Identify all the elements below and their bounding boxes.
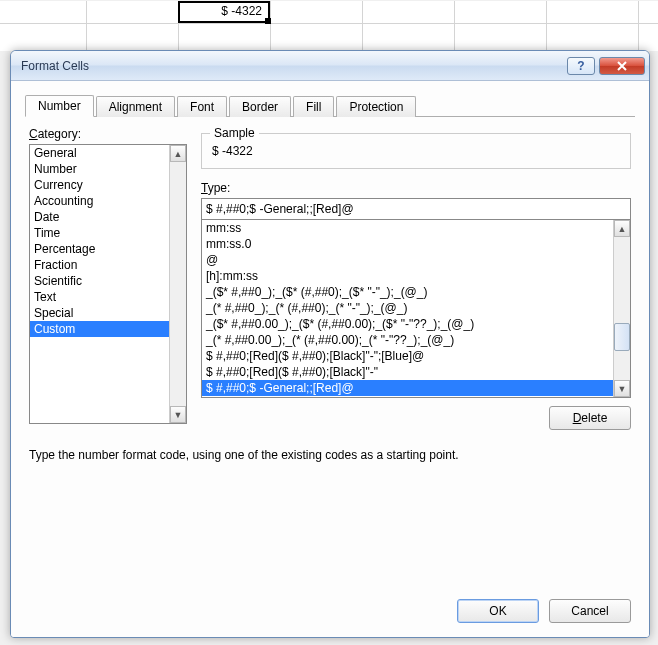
cell-value: $ -4322	[221, 4, 262, 18]
tab-font[interactable]: Font	[177, 96, 227, 117]
category-item[interactable]: Currency	[30, 177, 169, 193]
category-label: Category:	[29, 127, 187, 141]
scroll-down-icon[interactable]: ▼	[170, 406, 186, 423]
type-list-item[interactable]: _($* #,##0.00_);_($* (#,##0.00);_($* "-"…	[202, 316, 613, 332]
tab-protection[interactable]: Protection	[336, 96, 416, 117]
close-icon	[616, 61, 628, 71]
cancel-button[interactable]: Cancel	[549, 599, 631, 623]
type-list-item[interactable]: $ #,##0;[Red]($ #,##0);[Black]"-"	[202, 364, 613, 380]
dialog-title: Format Cells	[21, 59, 89, 73]
delete-button[interactable]: Delete	[549, 406, 631, 430]
sample-group: Sample $ -4322	[201, 133, 631, 169]
spreadsheet-backdrop: $ -4322	[0, 1, 658, 51]
category-item[interactable]: Special	[30, 305, 169, 321]
type-label: Type:	[201, 181, 631, 195]
type-list-item[interactable]: mm:ss	[202, 220, 613, 236]
hint-text: Type the number format code, using one o…	[29, 448, 631, 462]
format-cells-dialog: Format Cells ? Number Alignment Font Bor…	[10, 50, 650, 638]
category-item[interactable]: Custom	[30, 321, 169, 337]
type-list-item[interactable]: [h]:mm:ss	[202, 268, 613, 284]
tab-border[interactable]: Border	[229, 96, 291, 117]
type-list-item[interactable]: _($* #,##0_);_($* (#,##0);_($* "-"_);_(@…	[202, 284, 613, 300]
help-button[interactable]: ?	[567, 57, 595, 75]
sample-value: $ -4322	[212, 144, 620, 158]
tab-fill[interactable]: Fill	[293, 96, 334, 117]
type-list-item[interactable]: $ #,##0;[Red]($ #,##0);[Black]"-";[Blue]…	[202, 348, 613, 364]
type-list-item[interactable]: _(* #,##0.00_);_(* (#,##0.00);_(* "-"??_…	[202, 332, 613, 348]
tab-number[interactable]: Number	[25, 95, 94, 117]
close-button[interactable]	[599, 57, 645, 75]
sample-label: Sample	[210, 126, 259, 140]
tab-alignment[interactable]: Alignment	[96, 96, 175, 117]
category-item[interactable]: Text	[30, 289, 169, 305]
scroll-up-icon[interactable]: ▲	[170, 145, 186, 162]
category-item[interactable]: Percentage	[30, 241, 169, 257]
category-item[interactable]: Number	[30, 161, 169, 177]
category-item[interactable]: Scientific	[30, 273, 169, 289]
titlebar[interactable]: Format Cells ?	[11, 51, 649, 81]
ok-button[interactable]: OK	[457, 599, 539, 623]
type-list-item[interactable]: @	[202, 252, 613, 268]
category-scrollbar[interactable]: ▲ ▼	[169, 145, 186, 423]
type-list-item[interactable]: _(* #,##0_);_(* (#,##0);_(* "-"_);_(@_)	[202, 300, 613, 316]
fill-handle[interactable]	[265, 18, 271, 24]
category-item[interactable]: Fraction	[30, 257, 169, 273]
scroll-up-icon[interactable]: ▲	[614, 220, 630, 237]
tabs: Number Alignment Font Border Fill Protec…	[25, 93, 635, 117]
category-item[interactable]: General	[30, 145, 169, 161]
type-list-item[interactable]: $ #,##0;$ -General;;[Red]@	[202, 380, 613, 396]
category-listbox[interactable]: GeneralNumberCurrencyAccountingDateTimeP…	[29, 144, 187, 424]
category-item[interactable]: Accounting	[30, 193, 169, 209]
type-list-item[interactable]: mm:ss.0	[202, 236, 613, 252]
type-listbox[interactable]: mm:ssmm:ss.0@[h]:mm:ss_($* #,##0_);_($* …	[201, 220, 631, 398]
scroll-down-icon[interactable]: ▼	[614, 380, 630, 397]
type-input[interactable]	[201, 198, 631, 220]
help-icon: ?	[577, 59, 584, 73]
selected-cell[interactable]: $ -4322	[178, 1, 270, 23]
category-item[interactable]: Date	[30, 209, 169, 225]
type-scrollbar[interactable]: ▲ ▼	[613, 220, 630, 397]
scroll-thumb[interactable]	[614, 323, 630, 351]
category-item[interactable]: Time	[30, 225, 169, 241]
